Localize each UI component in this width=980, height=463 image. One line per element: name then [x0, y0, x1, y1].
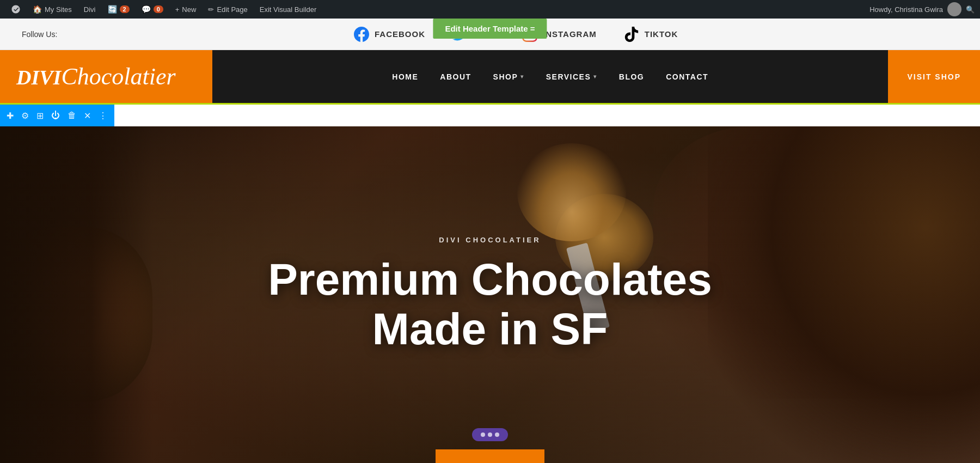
services-dropdown-arrow: ▾ [593, 74, 597, 80]
nav-contact[interactable]: CONTACT [666, 72, 708, 81]
main-header: DIVIChocolatier HOME ABOUT SHOP ▾ SERVIC… [0, 50, 980, 105]
nav-home[interactable]: HOME [392, 72, 418, 81]
hero-title-line2: Made in SF [268, 304, 712, 354]
hero-cta-partial[interactable] [436, 449, 544, 463]
new-button[interactable]: + New [170, 0, 202, 19]
comments-badge: 0 [154, 5, 163, 13]
nav-shop[interactable]: SHOP ▾ [493, 72, 524, 81]
dot-3[interactable] [495, 432, 499, 437]
site-logo[interactable]: DIVIChocolatier [16, 65, 176, 89]
my-sites-button[interactable]: 🏠 My Sites [27, 0, 77, 19]
instagram-label: INSTAGRAM [543, 29, 597, 39]
tiktok-label: TIKTOK [645, 29, 678, 39]
edit-page-button[interactable]: ✏ Edit Page [203, 0, 253, 19]
dot-1[interactable] [481, 432, 485, 437]
layout-icon[interactable]: ⊞ [36, 111, 44, 121]
close-icon[interactable]: ✕ [84, 111, 91, 121]
exit-visual-builder-button[interactable]: Exit Visual Builder [254, 0, 322, 19]
divi-toolbar: ✚ ⚙ ⊞ ⏻ 🗑 ✕ ⋮ [0, 105, 114, 126]
hero-subtitle: DIVI CHOCOLATIER [268, 236, 712, 244]
dot-2[interactable] [488, 432, 492, 437]
hero-title: Premium Chocolates Made in SF [268, 255, 712, 353]
add-module-icon[interactable]: ✚ [7, 111, 14, 121]
facebook-label: FACEBOOK [375, 29, 425, 39]
admin-bar: 🏠 My Sites Divi 🔄 2 💬 0 + New ✏ Edit Pag… [0, 0, 980, 19]
divi-button[interactable]: Divi [78, 0, 101, 19]
hero-section: DIVI CHOCOLATIER Premium Chocolates Made… [0, 126, 980, 463]
edit-header-template-button[interactable]: Edit Header Template = [433, 19, 547, 39]
comments-button[interactable]: 💬 0 [136, 0, 169, 19]
toggle-icon[interactable]: ⏻ [51, 111, 60, 120]
hero-title-line1: Premium Chocolates [268, 255, 712, 304]
more-options-icon[interactable]: ⋮ [99, 111, 107, 121]
user-greeting: Howdy, Christina Gwira [869, 5, 943, 14]
settings-icon[interactable]: ⚙ [21, 111, 29, 121]
shop-dropdown-arrow: ▾ [520, 74, 524, 80]
wp-logo-button[interactable] [5, 0, 26, 19]
divi-toolbar-row: ✚ ⚙ ⊞ ⏻ 🗑 ✕ ⋮ [0, 105, 980, 126]
main-nav: HOME ABOUT SHOP ▾ SERVICES ▾ BLOG CONTAC… [212, 72, 888, 81]
delete-icon[interactable]: 🗑 [68, 111, 76, 120]
nav-blog[interactable]: BLOG [619, 72, 644, 81]
logo-chocolatier: Chocolatier [61, 63, 175, 90]
hero-content: DIVI CHOCOLATIER Premium Chocolates Made… [268, 236, 712, 353]
nav-about[interactable]: ABOUT [440, 72, 471, 81]
hero-pagination[interactable] [472, 428, 508, 441]
visit-shop-button[interactable]: VISIT SHOP [888, 50, 980, 103]
updates-button[interactable]: 🔄 2 [102, 0, 135, 19]
logo-divi: DIVI [16, 66, 61, 89]
search-icon[interactable]: 🔍 [966, 5, 975, 14]
logo-area: DIVIChocolatier [0, 50, 212, 103]
tiktok-link[interactable]: TIKTOK [624, 27, 678, 42]
avatar [947, 2, 961, 16]
follow-us-label: Follow Us: [22, 30, 57, 39]
facebook-link[interactable]: FACEBOOK [354, 27, 425, 42]
updates-badge: 2 [120, 5, 130, 13]
nav-services[interactable]: SERVICES ▾ [546, 72, 597, 81]
admin-bar-right: Howdy, Christina Gwira 🔍 [869, 2, 975, 16]
